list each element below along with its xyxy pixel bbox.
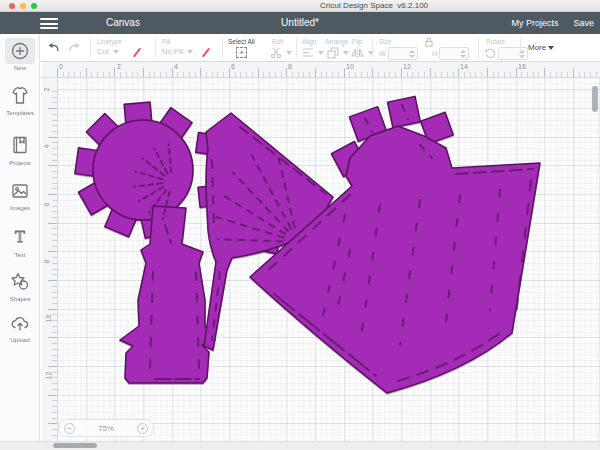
chevron-down-icon [343,51,349,55]
rotate-field[interactable] [485,47,528,60]
rotate-input[interactable] [498,47,528,60]
layers-icon [327,47,339,59]
edit-dropdown[interactable] [270,47,292,59]
height-input[interactable] [439,47,469,60]
shapes-icon [10,272,30,291]
zoom-level: 75% [98,424,114,433]
rotate-icon [485,48,496,59]
linetype-label: Linetype [97,38,122,45]
select-all-icon: + [236,47,247,58]
minimize-window-icon[interactable] [20,3,26,9]
vertical-ruler: 2 4 6 8 10 12 [42,78,58,441]
maximize-window-icon[interactable] [31,3,37,9]
design-canvas[interactable] [58,78,600,441]
fill-swatch-icon[interactable] [205,47,207,58]
my-projects-link[interactable]: My Projects [511,18,558,28]
tshirt-icon [10,86,30,105]
chevron-down-icon [318,51,324,55]
horizontal-scrollbar-track [0,441,600,450]
select-all-button[interactable]: + [236,47,247,58]
document-title[interactable]: Untitled* [0,17,600,28]
chevron-down-icon [187,50,193,54]
size-height-field[interactable]: H [432,47,469,60]
stepper-icon[interactable] [409,50,415,58]
new-plus-icon [10,41,30,61]
window-title: Cricut Design Space v6.2.100 [320,1,428,10]
chevron-down-icon [286,51,292,55]
close-window-icon[interactable] [9,3,15,9]
text-icon: T [10,227,30,247]
undo-button[interactable] [46,42,60,54]
svg-text:T: T [15,228,25,245]
cloud-upload-icon [10,315,30,332]
more-dropdown[interactable]: More [528,43,554,52]
sidebar-item-images[interactable]: Images [0,182,40,211]
photo-icon [10,182,30,200]
fill-dropdown[interactable]: No Fill [162,47,193,56]
redo-button[interactable] [68,42,82,54]
horizontal-scrollbar-thumb[interactable] [53,443,97,448]
flip-label: Flip [352,38,362,45]
active-item-highlight [5,38,35,64]
sidebar-item-upload[interactable]: Upload [0,315,40,343]
select-all-label: Select All [228,38,255,45]
horizontal-ruler: 0 2 4 6 8 10 12 14 16 [42,62,600,78]
app-header: Canvas Untitled* My Projects Save [0,12,600,34]
arrange-dropdown[interactable] [327,47,349,59]
size-label: Size [379,38,392,45]
fill-label: Fill [162,38,170,45]
zoom-in-button[interactable]: + [137,423,148,434]
arrange-label: Arrange [325,38,348,45]
stepper-icon[interactable] [460,50,466,58]
linetype-dropdown[interactable]: Cut [97,47,119,56]
rotate-label: Rotate [486,38,505,45]
sidebar-item-projects[interactable]: Projects [0,135,40,166]
zoom-control: − 75% + [58,419,154,437]
chevron-down-icon [113,50,119,54]
lock-icon[interactable] [424,37,434,47]
width-input[interactable] [388,47,418,60]
align-icon [302,47,314,58]
vertical-scrollbar-thumb[interactable] [592,86,598,112]
edit-toolbar: Linetype Cut Fill No Fill Select All + E… [0,34,600,62]
edit-label: Edit [272,38,283,45]
flip-icon [351,47,364,58]
zoom-out-button[interactable]: − [64,423,75,434]
notebook-icon [10,135,30,155]
size-width-field[interactable]: W [379,47,418,60]
scissors-icon [270,47,282,59]
sidebar-item-text[interactable]: T Text [0,227,40,258]
flip-dropdown[interactable] [351,47,374,58]
chevron-down-icon [548,46,554,50]
sidebar-item-new[interactable]: New [0,38,40,71]
linetype-swatch-icon[interactable] [136,47,138,58]
window-titlebar: Cricut Design Space v6.2.100 [0,0,600,12]
chevron-down-icon [368,51,374,55]
sidebar-item-shapes[interactable]: Shapes [0,272,40,302]
save-button[interactable]: Save [573,18,594,28]
insert-sidebar: New Templates Projects Images T Text Sha… [0,34,40,441]
align-dropdown[interactable] [302,47,324,58]
sidebar-item-templates[interactable]: Templates [0,86,40,116]
align-label: Align [302,38,316,45]
